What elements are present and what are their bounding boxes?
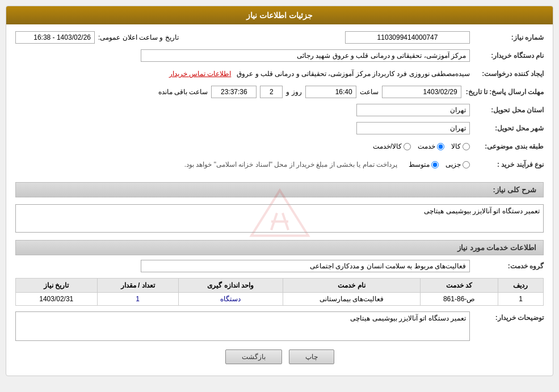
services-table: ردیف کد خدمت نام خدمت واحد اندازه گیری ت… [15, 278, 544, 306]
buyer-org-input[interactable] [141, 49, 470, 62]
need-description-label: شرح کلی نیاز: [493, 186, 536, 194]
city-label: شهر محل تحویل: [470, 124, 544, 132]
response-countdown-input[interactable] [211, 86, 257, 98]
purchase-motavaset-label: متوسط [409, 161, 430, 168]
services-section-header: اطلاعات خدمات مورد نیاز [15, 240, 544, 255]
page-title: جزئیات اطلاعات نیاز [246, 11, 313, 20]
subject-label: طبقه بندی موضوعی: [470, 142, 544, 150]
purchase-note: پرداخت تمام یا بخشی از مبلغ خریدار از مح… [184, 161, 397, 168]
province-input[interactable] [356, 104, 470, 116]
need-number-label: شماره نیاز: [470, 33, 544, 41]
service-group-label: گروه خدمت: [470, 262, 544, 270]
page-container: جزئیات اطلاعات نیاز شماره نیاز: تاریخ و … [0, 0, 559, 392]
cell-row-num: 1 [498, 293, 543, 306]
need-description-textarea[interactable]: تعمیر دستگاه اتو آنالایزر بیوشیمی هیتاچی [15, 204, 544, 233]
cell-unit: دستگاه [178, 293, 283, 306]
purchase-type-container: جزیی متوسط پرداخت تمام یا بخشی از مبلغ خ… [15, 161, 470, 168]
response-date-input[interactable] [382, 86, 461, 98]
need-number-input[interactable] [345, 31, 470, 44]
need-number-value-container [188, 31, 470, 44]
days-label: روز و [286, 88, 301, 96]
purchase-jozi-item: جزیی [445, 161, 470, 168]
buyer-org-row: نام دستگاه خریدار: [15, 48, 544, 63]
purchase-jozi-label: جزیی [445, 161, 461, 168]
footer-buttons: چاپ بازگشت [15, 349, 544, 370]
subject-kala-label: کالا [451, 142, 461, 150]
services-header-text: اطلاعات خدمات مورد نیاز [457, 243, 536, 252]
card-header: جزئیات اطلاعات نیاز [6, 6, 553, 24]
buyer-desc-value-container: تعمیر دستگاه اتو آنالایزر بیوشیمی هیتاچی [15, 311, 470, 343]
response-deadline-values: ساعت روز و ساعت باقی مانده [15, 86, 461, 98]
buyer-desc-textarea[interactable]: تعمیر دستگاه اتو آنالایزر بیوشیمی هیتاچی [15, 311, 470, 341]
buyer-org-value-container [15, 49, 470, 62]
service-group-row: گروه خدمت: [15, 259, 544, 273]
col-header-unit: واحد اندازه گیری [178, 279, 283, 293]
back-button[interactable]: بازگشت [225, 349, 282, 364]
response-time-input[interactable] [305, 86, 356, 98]
province-value-container [15, 104, 470, 116]
creator-label: ایجاد کننده درخواست: [470, 70, 544, 78]
response-deadline-row: مهلت ارسال پاسخ: تا تاریخ: ساعت روز و سا… [15, 85, 544, 99]
subject-khadamat-radio[interactable] [437, 143, 444, 150]
subject-kala-radio[interactable] [463, 143, 470, 150]
col-header-name: نام خدمت [283, 279, 421, 293]
purchase-type-row: نوع فرآیند خرید : جزیی متوسط پرداخت تمام… [15, 157, 544, 172]
cell-quantity: 1 [97, 293, 178, 306]
announce-date-input[interactable] [15, 31, 95, 44]
city-value-container [15, 122, 470, 134]
need-description-container: تعمیر دستگاه اتو آنالایزر بیوشیمی هیتاچی [15, 204, 544, 234]
cell-name: فعالیت‌های بیمارستانی [283, 293, 421, 306]
subject-row: طبقه بندی موضوعی: کالا خدمت کالا/خدمت [15, 139, 544, 154]
need-number-row: شماره نیاز: تاریخ و ساعت اعلان عمومی: [15, 30, 544, 45]
creator-value: سیده‌مصطفی نوروزی فرد کاربرداز مرکز آموز… [237, 70, 470, 78]
print-button[interactable]: چاپ [289, 349, 334, 364]
col-header-date: تاریخ نیاز [16, 279, 98, 293]
response-deadline-label: مهلت ارسال پاسخ: تا تاریخ: [461, 88, 544, 96]
city-input[interactable] [356, 122, 470, 134]
subject-radio-group: کالا خدمت کالا/خدمت [373, 142, 470, 150]
subject-kala-khadamat-label: کالا/خدمت [373, 142, 402, 150]
need-description-section-header: شرح کلی نیاز: [15, 178, 544, 201]
city-row: شهر محل تحویل: [15, 121, 544, 136]
subject-khadamat-label: خدمت [418, 142, 435, 150]
table-header-row: ردیف کد خدمت نام خدمت واحد اندازه گیری ت… [16, 279, 544, 293]
creator-value-container: سیده‌مصطفی نوروزی فرد کاربرداز مرکز آموز… [15, 70, 470, 78]
countdown-suffix: ساعت باقی مانده [158, 88, 208, 96]
buyer-desc-row: توضیحات خریدار: تعمیر دستگاه اتو آنالایز… [15, 311, 544, 343]
creator-row: ایجاد کننده درخواست: سیده‌مصطفی نوروزی ف… [15, 66, 544, 81]
announce-label: تاریخ و ساعت اعلان عمومی: [98, 33, 179, 41]
purchase-motavaset-item: متوسط [409, 161, 439, 168]
col-header-code: کد خدمت [421, 279, 498, 293]
cell-code: ص-86-861 [421, 293, 498, 306]
buyer-desc-label: توضیحات خریدار: [470, 311, 544, 322]
service-group-value-container [15, 260, 470, 272]
card-body: شماره نیاز: تاریخ و ساعت اعلان عمومی: نا… [6, 24, 553, 376]
purchase-motavaset-radio[interactable] [431, 161, 439, 168]
response-days-input[interactable] [260, 86, 283, 98]
time-label: ساعت [360, 88, 379, 96]
buyer-org-label: نام دستگاه خریدار: [470, 52, 544, 60]
col-header-row-num: ردیف [498, 279, 543, 293]
purchase-jozi-radio[interactable] [463, 161, 470, 168]
service-group-input[interactable] [141, 260, 470, 272]
main-card: جزئیات اطلاعات نیاز شماره نیاز: تاریخ و … [6, 6, 553, 376]
purchase-type-label: نوع فرآیند خرید : [470, 161, 544, 168]
need-description-header: شرح کلی نیاز: [15, 182, 544, 197]
subject-kala-item: کالا [451, 142, 470, 150]
subject-khadamat-item: خدمت [418, 142, 444, 150]
subject-kala-khadamat-radio[interactable] [404, 143, 411, 150]
contact-info-link[interactable]: اطلاعات تماس خریدار [169, 70, 232, 78]
subject-kala-khadamat-item: کالا/خدمت [373, 142, 411, 150]
province-row: استان محل تحویل: [15, 103, 544, 117]
purchase-radio-group: جزیی متوسط پرداخت تمام یا بخشی از مبلغ خ… [15, 161, 470, 168]
table-row: 1 ص-86-861 فعالیت‌های بیمارستانی دستگاه … [16, 293, 544, 306]
cell-date: 1403/02/31 [16, 293, 98, 306]
province-label: استان محل تحویل: [470, 106, 544, 114]
col-header-quantity: تعداد / مقدار [97, 279, 178, 293]
